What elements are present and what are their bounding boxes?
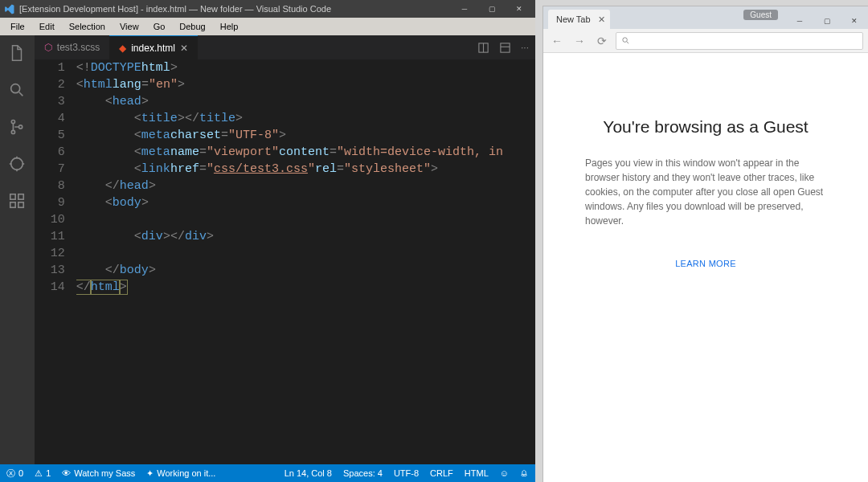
- tab-index-html[interactable]: ◆ index.html ✕: [109, 35, 198, 59]
- line-number: 3: [35, 93, 65, 110]
- code-line[interactable]: <metaname="viewport"content="width=devic…: [76, 144, 503, 161]
- html-file-icon: ◆: [119, 43, 126, 54]
- line-number: 13: [35, 262, 65, 279]
- menu-debug[interactable]: Debug: [174, 20, 211, 33]
- guest-heading: You're browsing as a Guest: [603, 117, 808, 137]
- status-bell-icon[interactable]: 🕭: [520, 468, 529, 478]
- menu-view[interactable]: View: [114, 20, 145, 33]
- svg-rect-11: [10, 202, 15, 207]
- explorer-icon[interactable]: [6, 42, 28, 64]
- line-number: 4: [35, 110, 65, 127]
- guest-badge[interactable]: Guest: [743, 10, 778, 20]
- menu-selection[interactable]: Selection: [63, 20, 111, 33]
- status-working[interactable]: ✦ Working on it...: [146, 468, 215, 479]
- debug-icon[interactable]: [6, 153, 28, 175]
- code-line[interactable]: <div></div>: [76, 228, 503, 245]
- close-button[interactable]: ✕: [506, 1, 532, 17]
- tab-test3-scss[interactable]: ⬡ test3.scss: [35, 35, 109, 59]
- line-number: 5: [35, 127, 65, 144]
- scss-file-icon: ⬡: [44, 42, 52, 53]
- line-number: 11: [35, 228, 65, 245]
- status-cursor-pos[interactable]: Ln 14, Col 8: [285, 468, 332, 478]
- code-line[interactable]: [76, 245, 503, 262]
- maximize-button[interactable]: ▢: [813, 13, 841, 29]
- maximize-button[interactable]: ▢: [479, 1, 505, 17]
- status-warnings[interactable]: ⚠ 1: [35, 468, 51, 479]
- close-icon[interactable]: ✕: [180, 43, 188, 54]
- more-icon[interactable]: ···: [521, 42, 529, 53]
- svg-point-2: [12, 130, 15, 133]
- close-button[interactable]: ✕: [841, 13, 868, 29]
- window-title: [Extension Development Host] - index.htm…: [19, 4, 452, 14]
- warning-icon: ⚠: [35, 468, 43, 479]
- close-icon[interactable]: ✕: [598, 14, 605, 25]
- tab-title: New Tab: [556, 14, 591, 24]
- spinner-icon: ✦: [146, 468, 154, 479]
- minimize-button[interactable]: ─: [452, 1, 477, 17]
- guest-body-text: Pages you view in this window won't appe…: [585, 156, 826, 228]
- svg-point-1: [12, 120, 15, 123]
- svg-rect-9: [10, 194, 15, 199]
- line-number: 6: [35, 144, 65, 161]
- status-lang[interactable]: HTML: [465, 468, 489, 478]
- menu-file[interactable]: File: [5, 20, 31, 33]
- code-line[interactable]: <!DOCTYPEhtml>: [76, 59, 503, 76]
- address-bar[interactable]: [616, 32, 863, 50]
- chrome-tab[interactable]: New Tab ✕: [548, 10, 610, 29]
- tab-label: index.html: [131, 43, 175, 54]
- status-feedback-icon[interactable]: ☺: [500, 468, 509, 478]
- forward-button[interactable]: →: [571, 32, 588, 50]
- tab-label: test3.scss: [57, 42, 100, 53]
- svg-rect-15: [501, 43, 510, 51]
- status-errors[interactable]: ⓧ 0: [6, 468, 23, 480]
- status-encoding[interactable]: UTF-8: [394, 468, 419, 478]
- editor-actions: ···: [477, 35, 535, 59]
- learn-more-link[interactable]: LEARN MORE: [675, 259, 736, 268]
- code-line[interactable]: <linkhref="css/test3.css"rel="stylesheet…: [76, 161, 503, 178]
- code-editor[interactable]: 1234567891011121314 <!DOCTYPEhtml><htmll…: [35, 59, 535, 464]
- vscode-body: ⬡ test3.scss ◆ index.html ✕ ···: [0, 35, 535, 464]
- line-gutter: 1234567891011121314: [35, 59, 76, 464]
- line-number: 12: [35, 245, 65, 262]
- vscode-titlebar[interactable]: [Extension Development Host] - index.htm…: [0, 0, 535, 18]
- code-line[interactable]: <htmllang="en">: [76, 76, 503, 93]
- code-line[interactable]: <body>: [76, 194, 503, 211]
- status-watch-sass[interactable]: 👁 Watch my Sass: [62, 468, 135, 478]
- search-icon: [621, 36, 630, 45]
- line-number: 7: [35, 161, 65, 178]
- back-button[interactable]: ←: [548, 32, 566, 50]
- code-line[interactable]: </html>: [76, 279, 503, 296]
- svg-rect-12: [18, 202, 23, 207]
- reload-button[interactable]: ⟳: [593, 32, 611, 50]
- guest-page: You're browsing as a Guest Pages you vie…: [543, 53, 868, 482]
- code-line[interactable]: </head>: [76, 178, 503, 194]
- code-line[interactable]: <title></title>: [76, 110, 503, 127]
- error-icon: ⓧ: [6, 468, 15, 480]
- split-editor-icon[interactable]: [477, 42, 489, 54]
- code-line[interactable]: [76, 211, 503, 228]
- layout-icon[interactable]: [499, 42, 511, 54]
- code-line[interactable]: </body>: [76, 262, 503, 279]
- minimize-button[interactable]: ─: [786, 13, 813, 29]
- code-content[interactable]: <!DOCTYPEhtml><htmllang="en"> <head> <ti…: [76, 59, 503, 464]
- line-number: 10: [35, 211, 65, 228]
- code-line[interactable]: <metacharset="UTF-8">: [76, 127, 503, 144]
- code-line[interactable]: <head>: [76, 93, 503, 110]
- svg-rect-10: [18, 194, 23, 199]
- minimap[interactable]: [503, 59, 535, 464]
- chrome-toolbar: ← → ⟳: [543, 29, 868, 53]
- source-control-icon[interactable]: [6, 116, 28, 138]
- status-eol[interactable]: CRLF: [430, 468, 453, 478]
- editor-area: ⬡ test3.scss ◆ index.html ✕ ···: [35, 35, 535, 464]
- extensions-icon[interactable]: [6, 190, 28, 212]
- chrome-tabstrip: New Tab ✕ Guest ─ ▢ ✕: [543, 6, 868, 29]
- search-icon[interactable]: [6, 79, 28, 101]
- editor-tabbar: ⬡ test3.scss ◆ index.html ✕ ···: [35, 35, 535, 59]
- status-spaces[interactable]: Spaces: 4: [343, 468, 383, 478]
- menu-help[interactable]: Help: [215, 20, 244, 33]
- menu-go[interactable]: Go: [148, 20, 171, 33]
- menu-edit[interactable]: Edit: [34, 20, 60, 33]
- eye-icon: 👁: [62, 468, 71, 478]
- window-controls: ─ ▢ ✕: [786, 13, 868, 29]
- window-controls: ─ ▢ ✕: [452, 1, 532, 17]
